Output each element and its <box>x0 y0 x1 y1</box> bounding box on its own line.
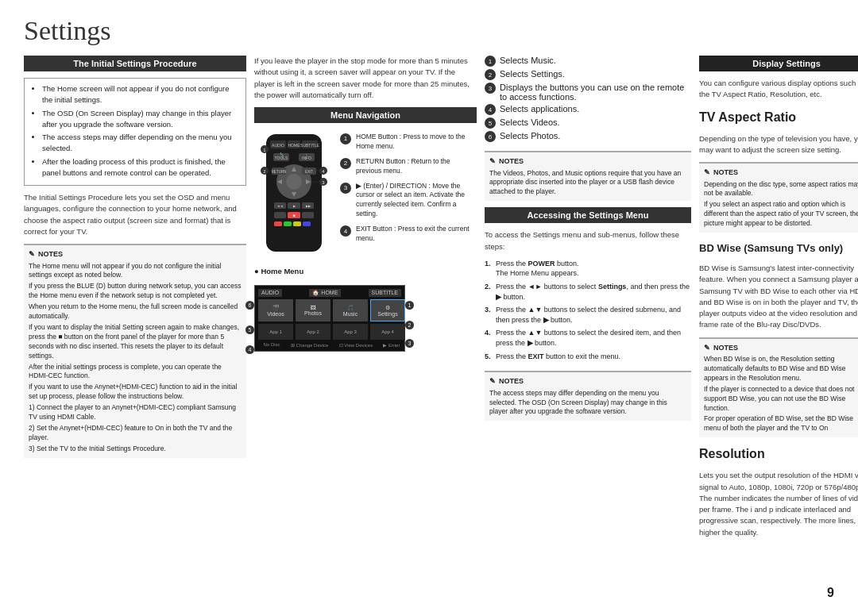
hm-main-content: 🎬Videos 🖼Photos 🎵Music ⚙Settings App 1 A… <box>258 299 405 348</box>
nav-num-4: 4 <box>340 225 351 237</box>
bullet-4: After the loading process of this produc… <box>42 156 239 179</box>
hm-view: ⊡ View Devices <box>339 342 373 348</box>
tv-aspect-title: TV Aspect Ratio <box>699 110 858 125</box>
col3-notes: ✎ NOTES The Videos, Photos, and Music op… <box>485 151 691 201</box>
bullet-1: The Home screen will not appear if you d… <box>42 83 239 106</box>
col3-notes2-text: The access steps may differ depending on… <box>489 389 686 418</box>
circle-text-5: Selects Videos. <box>500 117 560 127</box>
col4-notes2-title: ✎ NOTES <box>704 343 858 353</box>
svg-text:HOME: HOME <box>288 143 301 148</box>
step-3: 3. Press the ▲▼ buttons to select the de… <box>485 305 691 325</box>
bullet-2: The OSD (On Screen Display) may change i… <box>42 108 239 131</box>
hm-app3: App 3 <box>333 324 368 340</box>
col1-notes: ✎ NOTES The Home menu will not appear if… <box>24 244 246 458</box>
circle-6: 6 <box>485 131 496 142</box>
col3-notes-text: The Videos, Photos, and Music options re… <box>489 169 686 198</box>
col4-notes-icon: ✎ <box>704 167 710 178</box>
svg-text:▶▶: ▶▶ <box>306 204 311 208</box>
resolution-text: Lets you set the output resolution of th… <box>699 470 858 538</box>
nav-item-4: 4 EXIT Button : Press to exit the curren… <box>340 225 477 245</box>
nav-num-3: 3 <box>340 183 351 194</box>
hm-content: 6 5 4 🎬Videos 🖼Photos 🎵Music ⚙Settings A… <box>258 299 401 348</box>
hm-no-disc: No Disc <box>264 342 280 348</box>
circle-1: 1 <box>485 56 496 67</box>
tv-aspect-text: Depending on the type of television you … <box>699 133 858 156</box>
bd-wise-text: BD Wise is Samsung's latest inter-connec… <box>699 263 858 331</box>
hm-music: 🎵Music <box>333 299 368 321</box>
hm-num-2: 2 <box>405 321 414 329</box>
column-2: If you leave the player in the stop mode… <box>254 56 477 600</box>
initial-bullets: The Home screen will not appear if you d… <box>31 83 239 179</box>
col4-note2-2: If the player is connected to a device t… <box>704 385 858 414</box>
hm-num-3: 3 <box>405 339 414 348</box>
circle-item-3: 3 Displays the buttons you can use on th… <box>485 83 691 102</box>
circle-text-4: Selects applications. <box>500 104 579 114</box>
access-intro: To access the Settings menu and sub-menu… <box>485 229 691 252</box>
col4-note-2: If you select an aspect ratio and option… <box>704 200 858 229</box>
col4-notes-title: ✎ NOTES <box>704 167 858 178</box>
hm-photos: 🖼Photos <box>296 299 330 321</box>
col2-top-text: If you leave the player in the stop mode… <box>254 56 477 101</box>
page-number: 9 <box>827 586 834 600</box>
nav-num-1: 1 <box>340 133 351 144</box>
circle-item-2: 2 Selects Settings. <box>485 69 691 80</box>
hm-bottom: No Disc ⊞ Change Device ⊡ View Devices ▶… <box>258 342 405 348</box>
step-4: 4. Press the ▲▼ buttons to select the de… <box>485 328 691 348</box>
col4-note2-3: For proper operation of BD Wise, set the… <box>704 414 858 433</box>
column-1: The Initial Settings Procedure The Home … <box>24 56 246 600</box>
circle-text-6: Selects Photos. <box>500 131 560 141</box>
hm-app1: App 1 <box>258 324 293 340</box>
step-1: 1. Press the POWER button.Press the POWE… <box>485 259 691 279</box>
svg-text:SUBTITLE: SUBTITLE <box>300 143 320 148</box>
svg-text:■: ■ <box>292 213 295 218</box>
col1-notes-text: The Home menu will not appear if you do … <box>29 262 242 454</box>
svg-rect-35 <box>284 221 292 226</box>
column-3: 1 Selects Music. 2 Selects Settings. 3 D… <box>485 56 691 600</box>
hm-subtitle: SUBTITLE <box>369 289 401 297</box>
hm-top-bar: AUDIO 🏠 HOME SUBTITLE <box>258 289 401 297</box>
settings-page: Settings The Initial Settings Procedure … <box>0 0 858 616</box>
bd-wise-title: BD Wise (Samsung TVs only) <box>699 242 858 254</box>
hm-icons: 🎬Videos 🖼Photos 🎵Music ⚙Settings <box>258 299 405 321</box>
col4-notes2-icon: ✎ <box>704 343 710 353</box>
hm-num-5: 5 <box>245 325 254 334</box>
hm-change: ⊞ Change Device <box>291 342 329 348</box>
nav-labels: 1 HOME Button : Press to move to the Hom… <box>340 133 477 248</box>
circle-text-2: Selects Settings. <box>500 69 565 79</box>
hm-audio: AUDIO <box>258 289 282 297</box>
svg-text:EXIT: EXIT <box>305 170 313 174</box>
col3-notes2: ✎ NOTES The access steps may differ depe… <box>485 371 691 421</box>
page-title: Settings <box>24 16 858 46</box>
circle-5: 5 <box>485 117 496 129</box>
circle-3: 3 <box>485 83 496 94</box>
initial-settings-header: The Initial Settings Procedure <box>24 56 246 71</box>
svg-text:🔧: 🔧 <box>280 152 284 156</box>
hm-left-nums: 6 5 4 <box>245 301 254 354</box>
col4-notes2: ✎ NOTES When BD Wise is on, the Resoluti… <box>699 337 858 438</box>
col1-notes-title: ✎ NOTES <box>29 249 242 260</box>
hm-num-4: 4 <box>245 345 254 354</box>
bullet-3: The access steps may differ depending on… <box>42 132 239 155</box>
hm-right-nums: 1 2 3 <box>405 301 414 348</box>
svg-text:RETURN: RETURN <box>272 170 287 174</box>
col4-note-1: Depending on the disc type, some aspect … <box>704 180 858 199</box>
svg-point-15 <box>286 174 302 190</box>
remote-area: AUDIO HOME SUBTITLE TOOLS 🔧 INFO i <box>254 133 477 257</box>
home-menu-label: ● Home Menu <box>254 267 477 275</box>
svg-text:AUDIO: AUDIO <box>272 143 284 148</box>
col3-circle-items: 1 Selects Music. 2 Selects Settings. 3 D… <box>485 56 691 144</box>
remote-svg: AUDIO HOME SUBTITLE TOOLS 🔧 INFO i <box>254 133 334 256</box>
svg-rect-34 <box>274 221 282 226</box>
column-4: Display Settings You can configure vario… <box>699 56 858 600</box>
svg-text:i: i <box>307 152 307 156</box>
col3-notes-icon: ✎ <box>489 156 496 167</box>
circle-item-4: 4 Selects applications. <box>485 104 691 115</box>
initial-settings-box: The Home screen will not appear if you d… <box>24 78 246 186</box>
display-settings-header: Display Settings <box>699 56 858 71</box>
hm-videos: 🎬Videos <box>258 299 293 321</box>
resolution-title: Resolution <box>699 447 858 461</box>
nav-num-2: 2 <box>340 158 351 169</box>
notes-icon: ✎ <box>29 249 35 260</box>
nav-item-1: 1 HOME Button : Press to move to the Hom… <box>340 133 477 153</box>
hm-enter: ▶ Enter <box>383 342 400 348</box>
